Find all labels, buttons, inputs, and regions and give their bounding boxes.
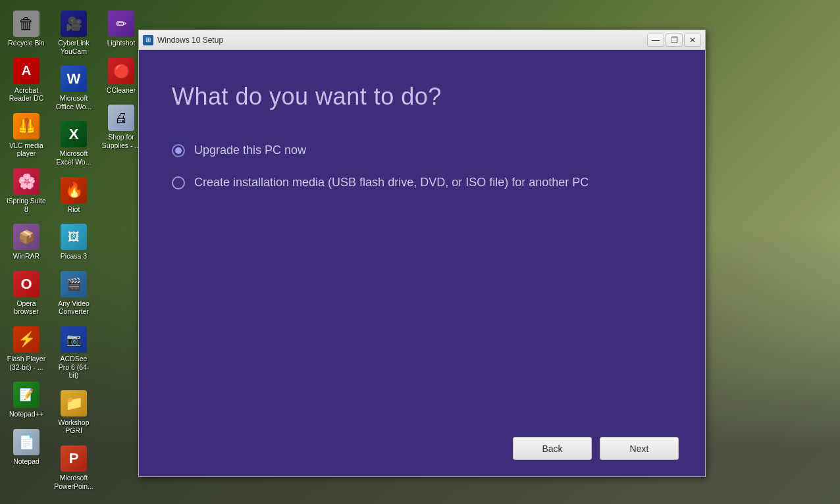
opera-icon: O bbox=[13, 271, 39, 297]
lightshot-icon: ✏ bbox=[108, 11, 134, 37]
option-upgrade-label: Upgrade this PC now bbox=[194, 143, 306, 157]
restore-button[interactable]: ❐ bbox=[666, 34, 683, 47]
ccleaner-label: CCleaner bbox=[107, 86, 136, 95]
shop-supplies-icon: 🖨 bbox=[108, 105, 134, 131]
winrar-icon: 📦 bbox=[13, 224, 39, 250]
desktop-icon-notepadpp[interactable]: 📝 Notepad++ bbox=[4, 378, 49, 422]
opera-label: Opera browser bbox=[7, 299, 46, 316]
desktop-icon-shop-supplies[interactable]: 🖨 Shop for Supplies - ... bbox=[99, 101, 144, 153]
desktop-icon-acrobat[interactable]: A Acrobat Reader DC bbox=[4, 54, 49, 107]
desktop-icon-cyberlink[interactable]: 🎥 CyberLink YouCam bbox=[51, 7, 96, 59]
setup-heading: What do you want to do? bbox=[172, 83, 672, 111]
back-button[interactable]: Back bbox=[513, 437, 592, 460]
radio-create-media[interactable] bbox=[172, 176, 185, 189]
picasa-icon: 🖼 bbox=[61, 224, 87, 250]
desktop-icon-msword[interactable]: W Microsoft Office Wo... bbox=[51, 62, 96, 114]
desktop-icon-notepad[interactable]: 📄 Notepad bbox=[4, 425, 49, 470]
notepad-label: Notepad bbox=[13, 457, 39, 466]
msword-icon: W bbox=[61, 66, 87, 92]
ccleaner-icon: 🔴 bbox=[108, 58, 134, 84]
notepadpp-label: Notepad++ bbox=[9, 410, 43, 418]
option-create-media-label: Create installation media (USB flash dri… bbox=[194, 176, 589, 189]
window-title-text: Windows 10 Setup bbox=[157, 36, 223, 45]
desktop-icon-opera[interactable]: O Opera browser bbox=[4, 267, 49, 320]
cyberlink-label: CyberLink YouCam bbox=[54, 39, 93, 55]
workshop-icon: 📁 bbox=[61, 390, 87, 416]
notepad-icon: 📄 bbox=[13, 429, 39, 455]
desktop-icon-mspowerpoint[interactable]: P Microsoft PowerPoin... bbox=[51, 441, 96, 494]
window-footer: Back Next bbox=[139, 427, 705, 476]
acdsee-label: ACDSee Pro 6 (64-bit) bbox=[54, 355, 93, 380]
desktop-icon-winrar[interactable]: 📦 WinRAR bbox=[4, 220, 49, 265]
ispring-label: iSpring Suite 8 bbox=[7, 197, 46, 213]
msexcel-label: Microsoft Excel Wo... bbox=[54, 149, 93, 166]
windows-setup-window: ⊞ Windows 10 Setup — ❐ ✕ What do you wan… bbox=[138, 30, 706, 477]
window-title-left: ⊞ Windows 10 Setup bbox=[143, 35, 223, 45]
desktop-icon-riot[interactable]: 🔥 Riot bbox=[51, 173, 96, 218]
window-main-content: What do you want to do? Upgrade this PC … bbox=[139, 50, 705, 427]
options-area: Upgrade this PC now Create installation … bbox=[172, 143, 672, 407]
desktop-icon-workshop[interactable]: 📁 Workshop PGRI bbox=[51, 386, 96, 439]
desktop-icon-anyvideo[interactable]: 🎬 Any Video Converter bbox=[51, 267, 96, 320]
cyberlink-icon: 🎥 bbox=[61, 11, 87, 37]
msword-label: Microsoft Office Wo... bbox=[54, 94, 93, 111]
riot-label: Riot bbox=[68, 205, 80, 214]
winrar-label: WinRAR bbox=[13, 252, 39, 261]
window-controls: — ❐ ✕ bbox=[647, 34, 701, 47]
anyvideo-label: Any Video Converter bbox=[54, 299, 93, 316]
desktop-icons-area: 🗑 Recycle Bin A Acrobat Reader DC 🦺 VLC … bbox=[0, 0, 138, 504]
notepadpp-icon: 📝 bbox=[13, 382, 39, 408]
workshop-label: Workshop PGRI bbox=[54, 418, 93, 435]
vlc-label: VLC media player bbox=[7, 141, 46, 158]
picasa-label: Picasa 3 bbox=[61, 252, 87, 261]
desktop-icon-msexcel[interactable]: X Microsoft Excel Wo... bbox=[51, 117, 96, 170]
anyvideo-icon: 🎬 bbox=[61, 271, 87, 297]
flash-label: Flash Player (32-bit) - ... bbox=[7, 355, 46, 371]
vlc-icon: 🦺 bbox=[13, 113, 39, 139]
desktop-icon-ccleaner[interactable]: 🔴 CCleaner bbox=[99, 54, 144, 99]
option-upgrade-pc[interactable]: Upgrade this PC now bbox=[172, 143, 672, 157]
recycle-bin-icon: 🗑 bbox=[13, 11, 39, 37]
acdsee-icon: 📷 bbox=[61, 326, 87, 353]
minimize-button[interactable]: — bbox=[647, 34, 664, 47]
desktop-icon-flash[interactable]: ⚡ Flash Player (32-bit) - ... bbox=[4, 322, 49, 375]
acrobat-label: Acrobat Reader DC bbox=[7, 86, 46, 103]
mspowerpoint-icon: P bbox=[61, 445, 87, 472]
mspowerpoint-label: Microsoft PowerPoin... bbox=[54, 474, 93, 490]
msexcel-icon: X bbox=[61, 121, 87, 147]
close-button[interactable]: ✕ bbox=[684, 34, 701, 47]
windows-icon: ⊞ bbox=[143, 35, 153, 45]
riot-icon: 🔥 bbox=[61, 177, 87, 203]
desktop-icon-recycle-bin[interactable]: 🗑 Recycle Bin bbox=[4, 7, 49, 51]
shop-supplies-label: Shop for Supplies - ... bbox=[101, 133, 141, 149]
lightshot-label: Lightshot bbox=[107, 39, 136, 47]
option-create-media[interactable]: Create installation media (USB flash dri… bbox=[172, 176, 672, 189]
desktop-icon-acdsee[interactable]: 📷 ACDSee Pro 6 (64-bit) bbox=[51, 322, 96, 384]
desktop-icon-lightshot[interactable]: ✏ Lightshot bbox=[99, 7, 144, 51]
recycle-bin-label: Recycle Bin bbox=[8, 39, 44, 47]
window-titlebar: ⊞ Windows 10 Setup — ❐ ✕ bbox=[139, 30, 705, 50]
acrobat-icon: A bbox=[13, 58, 39, 84]
ispring-icon: 🌸 bbox=[13, 168, 39, 195]
flash-icon: ⚡ bbox=[13, 326, 39, 353]
next-button[interactable]: Next bbox=[600, 437, 679, 460]
desktop-icon-vlc[interactable]: 🦺 VLC media player bbox=[4, 109, 49, 162]
radio-upgrade-pc[interactable] bbox=[172, 144, 185, 157]
desktop-icon-picasa[interactable]: 🖼 Picasa 3 bbox=[51, 220, 96, 265]
desktop-icon-ispring[interactable]: 🌸 iSpring Suite 8 bbox=[4, 164, 49, 217]
